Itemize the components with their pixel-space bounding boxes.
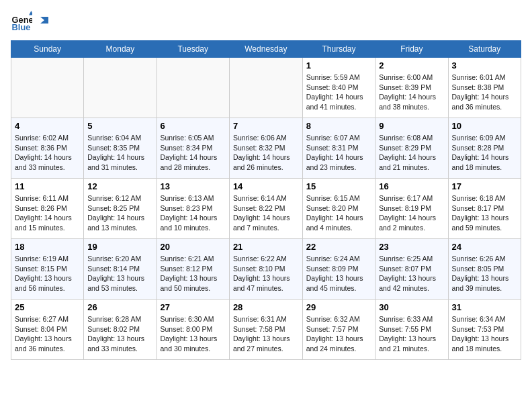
- day-number: 8: [306, 121, 371, 131]
- day-info: Sunrise: 6:22 AM Sunset: 8:10 PM Dayligh…: [233, 254, 299, 293]
- day-number: 5: [87, 121, 152, 131]
- calendar-cell: 29Sunrise: 6:32 AM Sunset: 7:57 PM Dayli…: [302, 300, 375, 360]
- day-number: 25: [15, 302, 80, 312]
- calendar-cell: 25Sunrise: 6:27 AM Sunset: 8:04 PM Dayli…: [11, 300, 84, 360]
- day-info: Sunrise: 6:28 AM Sunset: 8:02 PM Dayligh…: [87, 314, 152, 354]
- calendar-cell: 13Sunrise: 6:13 AM Sunset: 8:23 PM Dayli…: [157, 179, 229, 239]
- day-info: Sunrise: 5:59 AM Sunset: 8:40 PM Dayligh…: [306, 73, 371, 112]
- day-number: 28: [233, 302, 299, 312]
- calendar-cell: 5Sunrise: 6:04 AM Sunset: 8:35 PM Daylig…: [84, 118, 157, 179]
- day-info: Sunrise: 6:11 AM Sunset: 8:26 PM Dayligh…: [15, 193, 80, 233]
- day-info: Sunrise: 6:17 AM Sunset: 8:19 PM Dayligh…: [379, 193, 444, 233]
- calendar-header-row: SundayMondayTuesdayWednesdayThursdayFrid…: [11, 41, 521, 58]
- day-number: 17: [452, 181, 517, 191]
- day-number: 27: [161, 302, 226, 312]
- day-number: 11: [15, 181, 80, 191]
- day-number: 26: [87, 302, 152, 312]
- day-number: 6: [161, 121, 226, 131]
- calendar-cell: 21Sunrise: 6:22 AM Sunset: 8:10 PM Dayli…: [229, 239, 302, 300]
- day-of-week-header: Tuesday: [157, 41, 229, 58]
- calendar-cell: 20Sunrise: 6:21 AM Sunset: 8:12 PM Dayli…: [157, 239, 229, 300]
- day-of-week-header: Saturday: [448, 41, 521, 58]
- day-of-week-header: Monday: [84, 41, 157, 58]
- day-number: 18: [15, 242, 80, 252]
- day-info: Sunrise: 6:24 AM Sunset: 8:09 PM Dayligh…: [306, 254, 371, 293]
- day-number: 31: [452, 302, 517, 312]
- day-number: 9: [379, 121, 444, 131]
- calendar-week-row: 18Sunrise: 6:19 AM Sunset: 8:15 PM Dayli…: [11, 239, 521, 300]
- calendar-week-row: 25Sunrise: 6:27 AM Sunset: 8:04 PM Dayli…: [11, 300, 521, 360]
- day-number: 4: [15, 121, 80, 131]
- calendar-cell: 14Sunrise: 6:14 AM Sunset: 8:22 PM Dayli…: [229, 179, 302, 239]
- svg-text:Blue: Blue: [12, 22, 31, 32]
- calendar-cell: 10Sunrise: 6:09 AM Sunset: 8:28 PM Dayli…: [448, 118, 521, 179]
- calendar-cell: 4Sunrise: 6:02 AM Sunset: 8:36 PM Daylig…: [11, 118, 84, 179]
- calendar-cell: 27Sunrise: 6:30 AM Sunset: 8:00 PM Dayli…: [157, 300, 229, 360]
- svg-marker-3: [40, 17, 48, 24]
- day-info: Sunrise: 6:12 AM Sunset: 8:25 PM Dayligh…: [87, 193, 152, 233]
- day-of-week-header: Wednesday: [229, 41, 302, 58]
- calendar-cell: [11, 58, 84, 118]
- day-info: Sunrise: 6:34 AM Sunset: 7:53 PM Dayligh…: [452, 314, 517, 354]
- day-info: Sunrise: 6:18 AM Sunset: 8:17 PM Dayligh…: [452, 193, 517, 233]
- calendar-cell: 15Sunrise: 6:15 AM Sunset: 8:20 PM Dayli…: [302, 179, 375, 239]
- calendar-cell: 23Sunrise: 6:25 AM Sunset: 8:07 PM Dayli…: [375, 239, 448, 300]
- day-number: 2: [379, 60, 444, 71]
- day-info: Sunrise: 6:01 AM Sunset: 8:38 PM Dayligh…: [452, 73, 517, 112]
- day-number: 23: [379, 242, 444, 252]
- day-of-week-header: Thursday: [302, 41, 375, 58]
- logo-icon: General Blue: [11, 11, 32, 32]
- logo-arrow-icon: [36, 17, 48, 29]
- day-info: Sunrise: 6:09 AM Sunset: 8:28 PM Dayligh…: [452, 133, 517, 173]
- calendar-cell: 7Sunrise: 6:06 AM Sunset: 8:32 PM Daylig…: [229, 118, 302, 179]
- day-number: 15: [306, 181, 371, 191]
- day-number: 10: [452, 121, 517, 131]
- day-info: Sunrise: 6:21 AM Sunset: 8:12 PM Dayligh…: [161, 254, 226, 293]
- page-header: General Blue: [11, 11, 521, 32]
- calendar-cell: 16Sunrise: 6:17 AM Sunset: 8:19 PM Dayli…: [375, 179, 448, 239]
- day-info: Sunrise: 6:32 AM Sunset: 7:57 PM Dayligh…: [306, 314, 371, 354]
- day-number: 19: [87, 242, 152, 252]
- calendar-week-row: 4Sunrise: 6:02 AM Sunset: 8:36 PM Daylig…: [11, 118, 521, 179]
- calendar-cell: 30Sunrise: 6:33 AM Sunset: 7:55 PM Dayli…: [375, 300, 448, 360]
- day-number: 1: [306, 60, 371, 71]
- day-number: 20: [161, 242, 226, 252]
- calendar-cell: 3Sunrise: 6:01 AM Sunset: 8:38 PM Daylig…: [448, 58, 521, 118]
- day-info: Sunrise: 6:00 AM Sunset: 8:39 PM Dayligh…: [379, 73, 444, 112]
- day-number: 3: [452, 60, 517, 71]
- day-info: Sunrise: 6:27 AM Sunset: 8:04 PM Dayligh…: [15, 314, 80, 354]
- day-number: 16: [379, 181, 444, 191]
- calendar-table: SundayMondayTuesdayWednesdayThursdayFrid…: [11, 40, 521, 360]
- day-info: Sunrise: 6:20 AM Sunset: 8:14 PM Dayligh…: [87, 254, 152, 293]
- calendar-week-row: 1Sunrise: 5:59 AM Sunset: 8:40 PM Daylig…: [11, 58, 521, 118]
- day-number: 21: [233, 242, 299, 252]
- day-info: Sunrise: 6:13 AM Sunset: 8:23 PM Dayligh…: [161, 193, 226, 233]
- day-info: Sunrise: 6:15 AM Sunset: 8:20 PM Dayligh…: [306, 193, 371, 233]
- calendar-cell: 18Sunrise: 6:19 AM Sunset: 8:15 PM Dayli…: [11, 239, 84, 300]
- day-info: Sunrise: 6:33 AM Sunset: 7:55 PM Dayligh…: [379, 314, 444, 354]
- day-number: 24: [452, 242, 517, 252]
- calendar-cell: [229, 58, 302, 118]
- calendar-cell: 1Sunrise: 5:59 AM Sunset: 8:40 PM Daylig…: [302, 58, 375, 118]
- calendar-cell: 22Sunrise: 6:24 AM Sunset: 8:09 PM Dayli…: [302, 239, 375, 300]
- calendar-cell: 11Sunrise: 6:11 AM Sunset: 8:26 PM Dayli…: [11, 179, 84, 239]
- calendar-cell: [84, 58, 157, 118]
- calendar-cell: [157, 58, 229, 118]
- day-info: Sunrise: 6:25 AM Sunset: 8:07 PM Dayligh…: [379, 254, 444, 293]
- day-number: 12: [87, 181, 152, 191]
- day-of-week-header: Friday: [375, 41, 448, 58]
- day-number: 22: [306, 242, 371, 252]
- calendar-cell: 31Sunrise: 6:34 AM Sunset: 7:53 PM Dayli…: [448, 300, 521, 360]
- day-info: Sunrise: 6:07 AM Sunset: 8:31 PM Dayligh…: [306, 133, 371, 173]
- day-number: 30: [379, 302, 444, 312]
- day-number: 7: [233, 121, 299, 131]
- calendar-cell: 6Sunrise: 6:05 AM Sunset: 8:34 PM Daylig…: [157, 118, 229, 179]
- calendar-cell: 19Sunrise: 6:20 AM Sunset: 8:14 PM Dayli…: [84, 239, 157, 300]
- calendar-cell: 12Sunrise: 6:12 AM Sunset: 8:25 PM Dayli…: [84, 179, 157, 239]
- calendar-cell: 24Sunrise: 6:26 AM Sunset: 8:05 PM Dayli…: [448, 239, 521, 300]
- svg-marker-2: [29, 11, 32, 15]
- day-info: Sunrise: 6:19 AM Sunset: 8:15 PM Dayligh…: [15, 254, 80, 293]
- day-info: Sunrise: 6:30 AM Sunset: 8:00 PM Dayligh…: [161, 314, 226, 354]
- calendar-cell: 2Sunrise: 6:00 AM Sunset: 8:39 PM Daylig…: [375, 58, 448, 118]
- day-info: Sunrise: 6:26 AM Sunset: 8:05 PM Dayligh…: [452, 254, 517, 293]
